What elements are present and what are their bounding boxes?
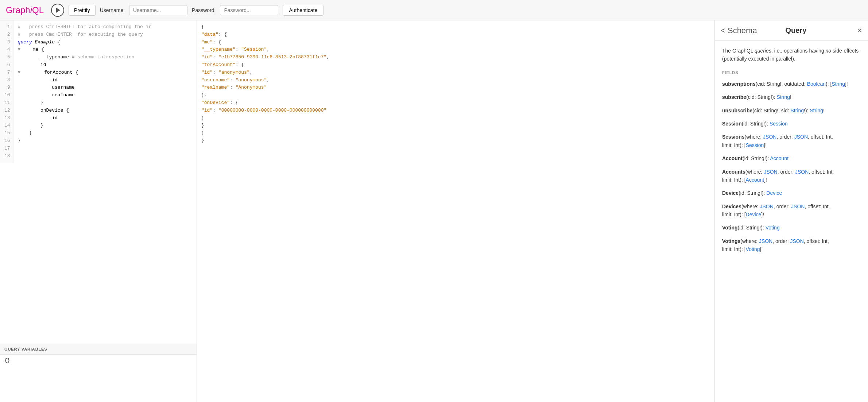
- code-line: query Example {: [18, 39, 194, 46]
- docs-body: The GraphQL queries, i.e., operations ha…: [715, 41, 868, 402]
- code-line: }: [18, 130, 194, 137]
- app-logo: GraphiQL: [6, 5, 44, 15]
- docs-close-button[interactable]: ×: [857, 26, 862, 35]
- line-number: 5: [4, 54, 10, 61]
- app-header: GraphiQL Prettify Username: Password: Au…: [0, 0, 868, 20]
- response-line: "data": {: [201, 31, 710, 39]
- fields-list: subscriptions(cid: String!, outdated: Bo…: [722, 80, 861, 254]
- code-line: # press Ctrl+SHIFT for auto-completing t…: [18, 23, 194, 31]
- type-link-string[interactable]: String: [832, 81, 845, 87]
- line-number: 11: [4, 99, 10, 107]
- password-label: Password:: [192, 7, 216, 13]
- type-link-device[interactable]: Device: [746, 212, 762, 217]
- variables-header: QUERY VARIABLES: [0, 344, 197, 355]
- line-number: 18: [4, 152, 10, 160]
- type-link-account[interactable]: Account: [770, 155, 788, 161]
- run-button[interactable]: [51, 4, 64, 17]
- code-line: onDevice {: [18, 107, 194, 115]
- type-link-json[interactable]: JSON: [764, 169, 777, 175]
- line-number: 1: [4, 23, 10, 31]
- line-number: 13: [4, 115, 10, 122]
- line-numbers: 123456789101112131415161718: [0, 20, 13, 163]
- variables-panel: QUERY VARIABLES {}: [0, 344, 197, 402]
- password-input[interactable]: [220, 5, 278, 15]
- code-line: id: [18, 115, 194, 122]
- field-item: subscriptions(cid: String!, outdated: Bo…: [722, 80, 861, 88]
- response-line: }: [201, 115, 710, 122]
- username-input[interactable]: [129, 5, 187, 15]
- main-content: 123456789101112131415161718 # press Ctrl…: [0, 20, 868, 402]
- type-link-string[interactable]: String: [791, 108, 804, 113]
- line-number: 3: [4, 39, 10, 46]
- docs-header: < Schema Query ×: [715, 20, 868, 41]
- line-number: 7: [4, 69, 10, 77]
- response-line: "onDevice": {: [201, 99, 710, 107]
- type-link-string[interactable]: String: [776, 94, 790, 100]
- code-line: id: [18, 77, 194, 84]
- type-link-json[interactable]: JSON: [791, 204, 805, 209]
- response-line: "me": {: [201, 39, 710, 46]
- type-link-voting[interactable]: Voting: [766, 225, 780, 231]
- docs-back-button[interactable]: < Schema: [721, 26, 757, 35]
- type-link-device[interactable]: Device: [766, 190, 782, 196]
- field-item: unsubscribe(cid: String!, sid: String!):…: [722, 107, 861, 115]
- type-link-json[interactable]: JSON: [794, 134, 808, 140]
- code-line: realname: [18, 92, 194, 99]
- line-number: 16: [4, 137, 10, 145]
- type-link-voting[interactable]: Voting: [746, 246, 760, 252]
- type-link-account[interactable]: Account: [746, 177, 764, 183]
- field-item: Device(id: String!): Device: [722, 189, 861, 197]
- docs-description: The GraphQL queries, i.e., operations ha…: [722, 47, 861, 63]
- docs-title: Query: [786, 26, 807, 35]
- type-link-string[interactable]: String: [810, 108, 823, 113]
- response-panel: { "data": { "me": { "__typename": "Sessi…: [197, 20, 715, 402]
- variables-content[interactable]: {}: [0, 355, 197, 402]
- field-item: Votings(where: JSON, order: JSON, offset…: [722, 237, 861, 254]
- username-label: Username:: [100, 7, 125, 13]
- code-line: }: [18, 99, 194, 107]
- response-line: },: [201, 92, 710, 99]
- line-number: 6: [4, 61, 10, 69]
- response-line: "username": "anonymous",: [201, 77, 710, 84]
- line-number: 15: [4, 130, 10, 137]
- response-line: "id": "anonymous",: [201, 69, 710, 77]
- field-item: Sessions(where: JSON, order: JSON, offse…: [722, 133, 861, 149]
- code-line: ▼ forAccount {: [18, 69, 194, 77]
- response-line: }: [201, 122, 710, 130]
- line-number: 14: [4, 122, 10, 130]
- type-link-json[interactable]: JSON: [795, 169, 809, 175]
- type-link-json[interactable]: JSON: [790, 238, 803, 244]
- field-item: Devices(where: JSON, order: JSON, offset…: [722, 202, 861, 219]
- type-link-json[interactable]: JSON: [760, 204, 774, 209]
- line-number: 10: [4, 92, 10, 99]
- query-editor[interactable]: 123456789101112131415161718 # press Ctrl…: [0, 20, 197, 344]
- code-line: id: [18, 61, 194, 69]
- prettify-button[interactable]: Prettify: [69, 5, 96, 16]
- type-link-json[interactable]: JSON: [759, 238, 772, 244]
- docs-panel: < Schema Query × The GraphQL queries, i.…: [715, 20, 868, 402]
- fields-label: FIELDS: [722, 70, 861, 75]
- fold-arrow[interactable]: ▼: [18, 69, 22, 77]
- code-line: ▼ me {: [18, 46, 194, 54]
- code-line: }: [18, 122, 194, 130]
- line-number: 9: [4, 84, 10, 92]
- line-number: 17: [4, 145, 10, 152]
- code-content[interactable]: # press Ctrl+SHIFT for auto-completing t…: [13, 20, 197, 163]
- type-link-json[interactable]: JSON: [763, 134, 776, 140]
- field-item: Voting(id: String!): Voting: [722, 224, 861, 232]
- type-link-boolean[interactable]: Boolean: [807, 81, 826, 87]
- code-line: # press Cmd+ENTER for executing the quer…: [18, 31, 194, 39]
- fold-arrow[interactable]: ▼: [18, 46, 22, 54]
- authenticate-button[interactable]: Authenticate: [283, 5, 323, 16]
- type-link-session[interactable]: Session: [746, 142, 764, 148]
- line-number: 8: [4, 77, 10, 84]
- svg-marker-0: [56, 8, 60, 13]
- response-line: "__typename": "Session",: [201, 46, 710, 54]
- field-item: subscribe(cid: String!): String!: [722, 93, 861, 101]
- code-line: __typename # schema introspection: [18, 54, 194, 61]
- response-line: "id": "00000000-0000-0000-0000-000000000…: [201, 107, 710, 115]
- response-line: "realname": "Anonymous": [201, 84, 710, 92]
- type-link-session[interactable]: Session: [770, 121, 788, 127]
- response-line: {: [201, 23, 710, 31]
- field-item: Session(id: String!): Session: [722, 120, 861, 128]
